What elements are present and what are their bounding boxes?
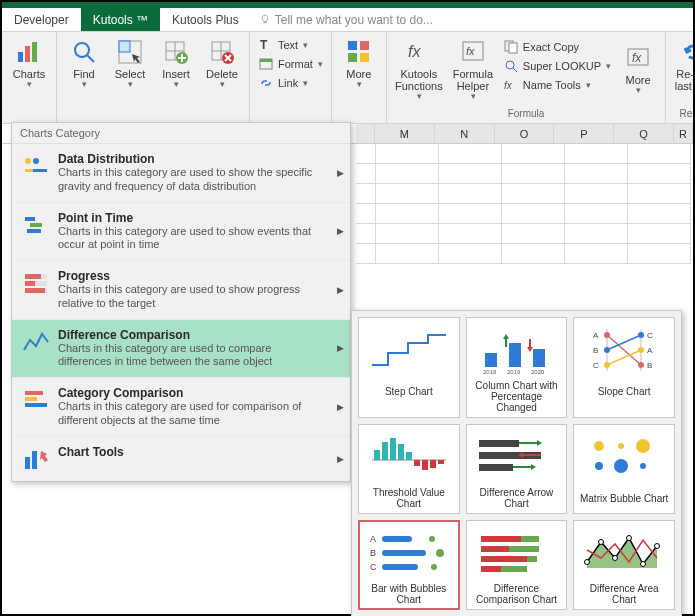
col-h-R[interactable]: R	[674, 124, 693, 143]
link-icon	[258, 75, 274, 91]
svg-rect-54	[509, 343, 521, 367]
svg-point-123	[655, 544, 660, 549]
rerun-icon	[679, 38, 695, 66]
charts-label: Charts	[13, 68, 45, 80]
svg-point-4	[75, 43, 89, 57]
chart-label: Column Chart with Percentage Changed	[471, 380, 563, 413]
find-button[interactable]: Find	[61, 34, 107, 94]
chart-step[interactable]: Step Chart	[358, 317, 460, 418]
more2-label: More	[626, 74, 651, 86]
more-button[interactable]: More	[336, 34, 382, 94]
name-tools-button[interactable]: fx Name Tools	[499, 76, 615, 94]
formula-helper-button[interactable]: fx Formula Helper	[447, 34, 499, 106]
chart-matrix-bubble[interactable]: Matrix Bubble Chart	[573, 424, 675, 514]
charts-button[interactable]: Charts	[6, 34, 52, 94]
category-desc: Charts in this category are used to show…	[58, 225, 326, 253]
svg-rect-29	[509, 43, 517, 53]
chart-difference-area[interactable]: Difference Area Chart	[573, 520, 675, 610]
charts-category-menu: Charts Category Data Distribution Charts…	[11, 122, 351, 482]
col-h-O[interactable]: O	[495, 124, 555, 143]
category-title: Progress	[58, 269, 326, 283]
svg-point-69	[638, 332, 644, 338]
link-button[interactable]: Link	[254, 74, 327, 92]
chart-label: Difference Arrow Chart	[471, 487, 563, 509]
submenu-arrow-icon: ▶	[337, 285, 344, 295]
chart-slope[interactable]: AC BA CB Slope Chart	[573, 317, 675, 418]
fx-icon: fx	[405, 38, 433, 66]
col-h-Q[interactable]: Q	[614, 124, 674, 143]
delete-icon	[208, 38, 236, 66]
svg-point-35	[25, 158, 31, 164]
submenu-arrow-icon: ▶	[337, 168, 344, 178]
more2-button[interactable]: fx More	[615, 34, 661, 106]
col-h-blank[interactable]	[356, 124, 375, 143]
svg-rect-113	[509, 546, 539, 552]
col-h-M[interactable]: M	[375, 124, 435, 143]
rerun-label: Re-run last utili	[672, 68, 695, 92]
category-point-in-time[interactable]: Point in Time Charts in this category ar…	[12, 203, 350, 262]
svg-text:B: B	[593, 346, 598, 355]
format-button[interactable]: Format	[254, 55, 327, 73]
svg-line-65	[607, 350, 641, 365]
chart-difference-comparison[interactable]: Difference Comparison Chart	[466, 520, 568, 610]
tab-kutools[interactable]: Kutools ™	[81, 8, 160, 31]
tab-kutools-plus[interactable]: Kutools Plus	[160, 8, 251, 31]
kutools-functions-button[interactable]: fx Kutools Functions	[391, 34, 447, 106]
insert-label: Insert	[162, 68, 190, 80]
tell-me-search[interactable]: Tell me what you want to do...	[251, 8, 433, 31]
svg-point-119	[599, 540, 604, 545]
chart-label: Threshold Value Chart	[363, 487, 455, 509]
category-difference-comparison[interactable]: Difference Comparison Charts in this cat…	[12, 320, 350, 379]
category-progress[interactable]: Progress Charts in this category are use…	[12, 261, 350, 320]
exact-copy-button[interactable]: Exact Copy	[499, 38, 615, 56]
select-label: Select	[115, 68, 146, 80]
svg-rect-38	[25, 169, 33, 172]
svg-rect-21	[348, 41, 357, 50]
svg-rect-47	[25, 288, 45, 293]
svg-rect-51	[25, 457, 30, 469]
col-h-N[interactable]: N	[435, 124, 495, 143]
category-data-distribution[interactable]: Data Distribution Charts in this categor…	[12, 144, 350, 203]
svg-rect-82	[398, 444, 404, 460]
chart-difference-arrow[interactable]: Difference Arrow Chart	[466, 424, 568, 514]
svg-rect-87	[438, 460, 444, 464]
more-icon	[345, 38, 373, 66]
svg-rect-79	[374, 450, 380, 460]
svg-rect-20	[260, 59, 272, 62]
super-lookup-button[interactable]: Super LOOKUP	[499, 57, 615, 75]
select-button[interactable]: Select	[107, 34, 153, 94]
tab-developer[interactable]: Developer	[2, 8, 81, 31]
group-label-empty4	[336, 108, 382, 121]
delete-button[interactable]: Delete	[199, 34, 245, 94]
chart-label: Step Chart	[385, 380, 433, 402]
chart-column-percentage[interactable]: 2018 2019 2020 Column Chart with Percent…	[466, 317, 568, 418]
chart-label: Matrix Bubble Chart	[580, 487, 668, 509]
category-desc: Charts in this category are used to comp…	[58, 342, 326, 370]
svg-text:A: A	[593, 331, 599, 340]
rerun-button[interactable]: Re-run last utili	[670, 34, 695, 96]
name-tools-icon: fx	[503, 77, 519, 93]
chart-threshold[interactable]: Threshold Value Chart	[358, 424, 460, 514]
threshold-chart-icon	[364, 429, 454, 485]
svg-text:2018: 2018	[483, 369, 497, 375]
svg-rect-3	[32, 42, 37, 62]
submenu-arrow-icon: ▶	[337, 226, 344, 236]
svg-point-103	[429, 536, 435, 542]
kutools-functions-label: Kutools Functions	[393, 68, 445, 92]
point-in-time-icon	[22, 211, 50, 239]
svg-rect-2	[25, 46, 30, 62]
svg-rect-108	[382, 564, 418, 570]
chart-label: Bar with Bubbles Chart	[363, 583, 455, 605]
difference-comparison-icon	[22, 328, 50, 356]
text-button[interactable]: T Text	[254, 36, 327, 54]
chart-bar-bubbles[interactable]: A B C Bar with Bubbles Chart	[358, 520, 460, 610]
svg-rect-102	[382, 536, 412, 542]
svg-point-68	[604, 347, 610, 353]
group-label-empty2	[61, 108, 245, 121]
col-h-P[interactable]: P	[554, 124, 614, 143]
svg-text:fx: fx	[504, 80, 513, 91]
category-category-comparison[interactable]: Category Comparison Charts in this categ…	[12, 378, 350, 437]
category-chart-tools[interactable]: Chart Tools ▶	[12, 437, 350, 481]
data-distribution-icon	[22, 152, 50, 180]
insert-button[interactable]: Insert	[153, 34, 199, 94]
